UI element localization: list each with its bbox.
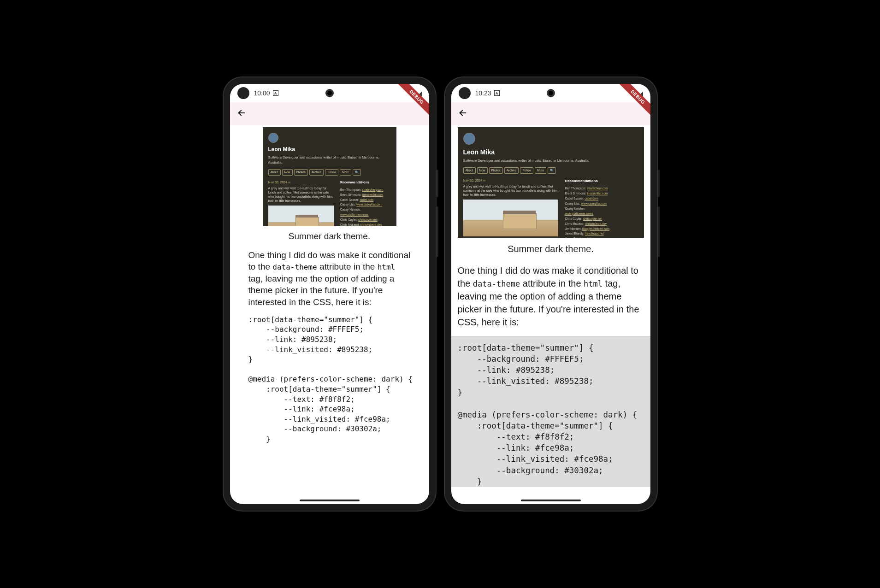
hero-post: A grey and wet visit to Hastings today f… xyxy=(463,184,559,197)
hero-avatar xyxy=(268,133,278,143)
status-a-icon: A xyxy=(273,90,278,96)
phone-frame-left: DEBUG 10:00 A ▾ ◢ Leon Mika xyxy=(224,77,436,511)
rec-line: Chris Coyier: chriscoyier.net xyxy=(565,217,638,221)
hero-photo xyxy=(268,206,334,226)
hero-date: Nov 30, 2024 ∞ xyxy=(463,178,559,183)
app-bar xyxy=(451,102,650,125)
rec-line: Jason Fried: world.hey.com xyxy=(565,236,638,238)
phone-frame-right: DEBUG 10:23 A ▾ ◢ Leon Mika xyxy=(445,77,657,511)
home-indicator[interactable] xyxy=(521,500,581,501)
image-caption: Summer dark theme. xyxy=(248,230,411,243)
back-button[interactable] xyxy=(236,108,247,120)
rec-line: Cabel Sasser: cabel.com xyxy=(340,198,391,202)
status-time: 10:00 xyxy=(254,89,270,97)
hero-date: Nov 30, 2024 ∞ xyxy=(268,180,334,185)
rec-line: www.platformer.news xyxy=(565,212,638,216)
rec-line: Jarrod Blundy: heydingus.net xyxy=(565,231,638,235)
hero-avatar xyxy=(463,133,475,145)
status-time: 10:23 xyxy=(475,89,491,97)
camera-cutout xyxy=(547,89,555,97)
code-block: :root[data-theme="summer"] { --backgroun… xyxy=(230,315,429,444)
body-paragraph: One thing I did do was make it condition… xyxy=(248,249,411,308)
rec-line: Brent Simmons: inessential.com xyxy=(340,193,391,197)
rec-line: Ben Thompson: stratechery.com xyxy=(565,186,638,190)
app-bar xyxy=(230,102,429,125)
status-avatar xyxy=(237,87,249,99)
status-bar: 10:23 A ▾ ◢ xyxy=(451,84,650,102)
body-paragraph: One thing I did do was make it condition… xyxy=(458,264,644,329)
hero-bio: Software Developer and occasional writer… xyxy=(268,155,391,165)
screen: DEBUG 10:00 A ▾ ◢ Leon Mika xyxy=(230,84,429,504)
rec-line: Chris McLeod: chrismcleod.dev xyxy=(340,223,391,226)
rec-line: Jim Nielsen: blog.jim-nielsen.com xyxy=(565,227,638,231)
hero-photo xyxy=(463,200,559,236)
rec-line: Casey Newton: xyxy=(340,207,391,212)
hero-bio: Software Developer and occasional writer… xyxy=(463,159,638,164)
hero-nav: About Now Photos Archive Follow More 🔍 xyxy=(463,167,638,173)
embedded-screenshot: Leon Mika Software Developer and occasio… xyxy=(263,127,396,226)
rec-line: Brent Simmons: inessential.com xyxy=(565,191,638,195)
image-caption: Summer dark theme. xyxy=(458,242,644,256)
rec-line: Ben Thompson: stratechery.com xyxy=(340,188,391,192)
status-avatar xyxy=(459,87,471,99)
status-a-icon: A xyxy=(494,90,500,96)
recs-list: Ben Thompson: stratechery.comBrent Simmo… xyxy=(340,188,391,226)
rec-line: Chris McLeod: chrismcleod.dev xyxy=(565,222,638,226)
embedded-screenshot: Leon Mika Software Developer and occasio… xyxy=(458,127,644,238)
hero-post: A grey and wet visit to Hastings today f… xyxy=(268,186,334,203)
article-content[interactable]: Leon Mika Software Developer and occasio… xyxy=(230,125,429,504)
code-block: :root[data-theme="summer"] { --backgroun… xyxy=(451,336,650,487)
back-button[interactable] xyxy=(458,108,468,120)
hero-name: Leon Mika xyxy=(268,146,391,153)
recs-title: Recommendations xyxy=(565,178,638,184)
rec-line: www.platformer.news xyxy=(340,212,391,217)
rec-line: Casey Newton: xyxy=(565,206,638,211)
home-indicator[interactable] xyxy=(300,500,360,501)
recs-list: Ben Thompson: stratechery.comBrent Simmo… xyxy=(565,186,638,238)
rec-line: Cabel Sasser: cabel.com xyxy=(565,196,638,200)
screen: DEBUG 10:23 A ▾ ◢ Leon Mika xyxy=(451,84,650,504)
hero-name: Leon Mika xyxy=(463,147,638,157)
rec-line: Casey Liss: www.caseyliss.com xyxy=(565,201,638,206)
hero-nav: About Now Photos Archive Follow More 🔍 xyxy=(268,169,391,175)
rec-line: Chris Coyier: chriscoyier.net xyxy=(340,218,391,222)
article-content[interactable]: Leon Mika Software Developer and occasio… xyxy=(451,125,650,504)
rec-line: Casey Liss: www.caseyliss.com xyxy=(340,202,391,206)
recs-title: Recommendations xyxy=(340,180,391,185)
camera-cutout xyxy=(325,89,334,97)
status-bar: 10:00 A ▾ ◢ xyxy=(230,84,429,102)
